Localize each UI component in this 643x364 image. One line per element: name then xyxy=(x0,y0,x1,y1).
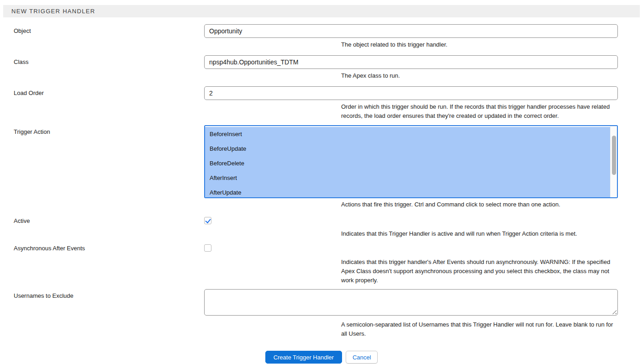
class-help-text: The Apex class to run. xyxy=(341,71,618,80)
trigger-action-listbox[interactable]: BeforeInsertBeforeUpdateBeforeDeleteAfte… xyxy=(204,125,618,198)
class-input[interactable] xyxy=(204,55,618,69)
active-checkbox[interactable] xyxy=(204,217,211,224)
resize-handle-icon[interactable] xyxy=(612,310,617,314)
active-label: Active xyxy=(0,217,204,238)
object-help-text: The object related to this trigger handl… xyxy=(341,40,618,49)
usernames-to-exclude-row: Usernames to Exclude A semicolon-separat… xyxy=(0,289,643,338)
async-after-events-checkbox[interactable] xyxy=(204,244,211,252)
trigger-action-option[interactable]: BeforeDelete xyxy=(205,156,610,171)
load-order-row: Load Order Order in which this trigger s… xyxy=(0,86,643,121)
async-after-events-row: Asynchronous After Events Indicates that… xyxy=(0,244,643,285)
create-trigger-handler-button[interactable]: Create Trigger Handler xyxy=(265,351,342,364)
section-header-title: NEW TRIGGER HANDLER xyxy=(11,8,95,15)
load-order-help-text: Order in which this trigger should be ru… xyxy=(341,102,618,121)
usernames-to-exclude-label: Usernames to Exclude xyxy=(0,289,204,338)
trigger-action-option[interactable]: AfterInsert xyxy=(205,171,610,185)
trigger-action-row: Trigger Action BeforeInsertBeforeUpdateB… xyxy=(0,125,643,209)
trigger-action-label: Trigger Action xyxy=(0,125,204,209)
trigger-action-option[interactable]: BeforeInsert xyxy=(205,127,610,142)
new-trigger-handler-form: Object The object related to this trigge… xyxy=(0,24,643,364)
usernames-to-exclude-textarea[interactable] xyxy=(204,289,618,316)
async-after-events-help-text: Indicates that this trigger handler's Af… xyxy=(341,258,618,285)
class-label: Class xyxy=(0,55,204,80)
form-actions: Create Trigger Handler Cancel xyxy=(0,351,643,364)
load-order-label: Load Order xyxy=(0,86,204,121)
section-header: NEW TRIGGER HANDLER xyxy=(3,5,640,17)
listbox-scrollbar-thumb[interactable] xyxy=(612,136,616,175)
object-label: Object xyxy=(0,24,204,49)
listbox-scrollbar-track[interactable] xyxy=(610,126,617,197)
load-order-input[interactable] xyxy=(204,86,618,100)
class-row: Class The Apex class to run. xyxy=(0,55,643,80)
async-after-events-label: Asynchronous After Events xyxy=(0,244,204,285)
active-row: Active Indicates that this Trigger Handl… xyxy=(0,217,643,238)
trigger-action-options: BeforeInsertBeforeUpdateBeforeDeleteAfte… xyxy=(205,127,610,198)
usernames-to-exclude-help-text: A semicolon-separated list of Usernames … xyxy=(341,320,618,338)
cancel-button[interactable]: Cancel xyxy=(346,351,378,364)
trigger-action-option[interactable]: AfterUpdate xyxy=(205,185,610,198)
trigger-action-option[interactable]: BeforeUpdate xyxy=(205,142,610,156)
trigger-action-help-text: Actions that fire this trigger. Ctrl and… xyxy=(341,200,618,209)
object-input[interactable] xyxy=(204,24,618,38)
object-row: Object The object related to this trigge… xyxy=(0,24,643,49)
active-help-text: Indicates that this Trigger Handler is a… xyxy=(341,229,618,238)
